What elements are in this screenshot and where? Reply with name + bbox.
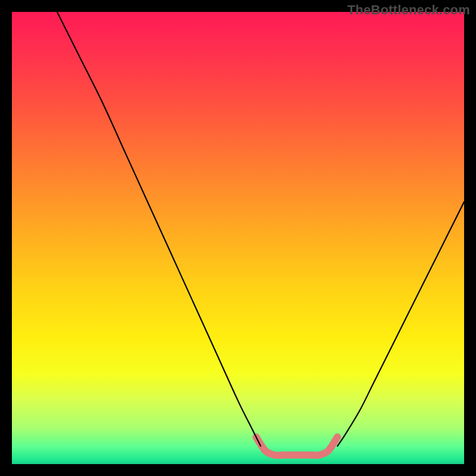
right-branch-path <box>337 202 464 446</box>
curve-overlay <box>12 12 464 464</box>
bottom-band-path <box>256 437 337 455</box>
chart-frame: TheBottleneck.com <box>0 0 476 476</box>
left-branch-path <box>57 12 261 446</box>
watermark-text: TheBottleneck.com <box>347 2 470 18</box>
plot-area <box>12 12 464 464</box>
